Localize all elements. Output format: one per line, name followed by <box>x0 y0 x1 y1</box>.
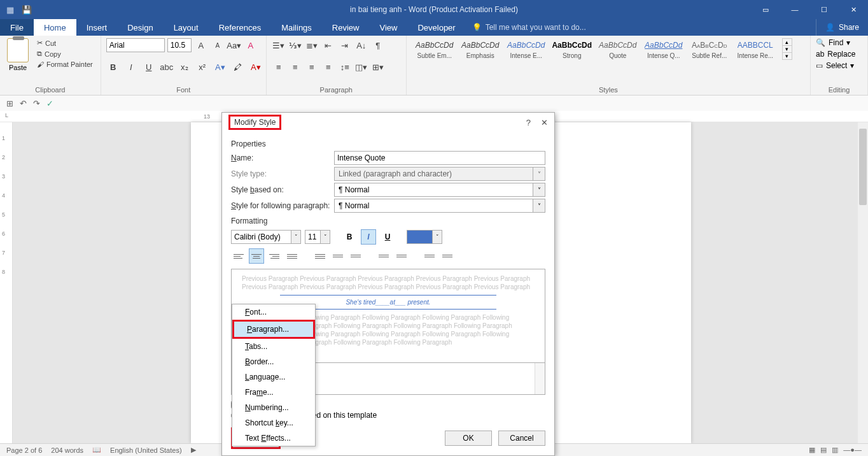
view-print-button[interactable]: ▤ <box>820 446 827 454</box>
show-marks-button[interactable]: ¶ <box>371 38 385 52</box>
grow-font-button[interactable]: A <box>194 38 208 52</box>
sort-button[interactable]: A↓ <box>354 38 368 52</box>
status-words[interactable]: 204 words <box>51 446 83 454</box>
following-select[interactable]: ¶ Normal <box>334 199 545 213</box>
cancel-button[interactable]: Cancel <box>498 431 545 446</box>
menu-numbering[interactable]: Numbering... <box>232 400 315 415</box>
tab-references[interactable]: References <box>209 19 271 36</box>
tab-design[interactable]: Design <box>117 19 163 36</box>
zoom-slider[interactable]: ―●― <box>843 446 862 454</box>
menu-paragraph[interactable]: Paragraph... <box>232 320 315 339</box>
spacing-single-dlg[interactable] <box>312 248 328 264</box>
shading-button[interactable]: ◫▾ <box>354 60 368 74</box>
find-button[interactable]: 🔍Find ▾ <box>816 38 855 47</box>
nav-pane-icon[interactable]: ⊞ <box>6 99 13 108</box>
change-case-button[interactable]: Aa▾ <box>227 38 241 52</box>
status-page[interactable]: Page 2 of 6 <box>6 446 42 454</box>
format-font-combo[interactable]: Calibri (Body) <box>231 230 301 244</box>
tab-home[interactable]: Home <box>34 19 76 36</box>
numbering-button[interactable]: ⅓▾ <box>288 38 302 52</box>
format-underline-button[interactable]: U <box>380 229 395 245</box>
tab-view[interactable]: View <box>369 19 407 36</box>
style-item[interactable]: AaBbCcDdIntense Q... <box>641 38 687 62</box>
undo-button[interactable]: ↶ <box>20 99 27 108</box>
menu-border[interactable]: Border... <box>232 354 315 369</box>
ok-button[interactable]: OK <box>445 431 492 446</box>
menu-tabs[interactable]: Tabs... <box>232 339 315 354</box>
dialog-titlebar[interactable]: Modify Style ? ✕ <box>222 113 554 132</box>
justify-button[interactable]: ≡ <box>321 60 335 74</box>
align-left-dlg[interactable] <box>231 248 246 264</box>
styles-more-button[interactable]: ▾ <box>783 52 792 59</box>
name-input[interactable]: Intense Quote <box>334 151 545 165</box>
status-macro-icon[interactable]: ▶ <box>191 446 196 454</box>
format-color-button[interactable] <box>407 230 442 244</box>
format-size-combo[interactable]: 11 <box>305 230 330 244</box>
style-item[interactable]: AaBbCcDdIntense E... <box>503 38 549 62</box>
bullets-button[interactable]: ☰▾ <box>272 38 286 52</box>
align-right-button[interactable]: ≡ <box>305 60 319 74</box>
dialog-close-button[interactable]: ✕ <box>541 118 548 127</box>
line-spacing-button[interactable]: ↕≡ <box>338 60 352 74</box>
align-center-dlg[interactable] <box>249 248 264 264</box>
tab-insert[interactable]: Insert <box>76 19 118 36</box>
tellme-search[interactable]: 💡Tell me what you want to do... <box>472 19 586 36</box>
align-right-dlg[interactable] <box>267 248 282 264</box>
increase-indent-button[interactable]: ⇥ <box>338 38 352 52</box>
borders-button[interactable]: ⊞▾ <box>371 60 385 74</box>
decrease-indent-button[interactable]: ⇤ <box>321 38 335 52</box>
view-readmode-button[interactable]: ▦ <box>809 446 815 454</box>
space-before-inc-dlg[interactable] <box>376 248 391 264</box>
minimize-icon[interactable]: — <box>780 0 809 19</box>
menu-shortcut[interactable]: Shortcut key... <box>232 415 315 431</box>
space-before-dec-dlg[interactable] <box>394 248 409 264</box>
subscript-button[interactable]: x₂ <box>178 60 192 74</box>
tab-file[interactable]: File <box>0 19 34 36</box>
multilevel-button[interactable]: ≣▾ <box>305 38 319 52</box>
text-effects-button[interactable]: A▾ <box>213 60 227 74</box>
basedon-select[interactable]: ¶ Normal <box>334 183 545 197</box>
redo-button[interactable]: ↷ <box>33 99 40 108</box>
cut-button[interactable]: ✂Cut <box>34 38 95 48</box>
scrollbar-vertical[interactable] <box>858 122 868 443</box>
view-web-button[interactable]: ▥ <box>832 446 838 454</box>
style-item[interactable]: AaBbCcDdSubtle Ref... <box>687 38 732 62</box>
shrink-font-button[interactable]: A <box>211 38 225 52</box>
bold-button[interactable]: B <box>106 60 120 74</box>
share-button[interactable]: 👤Share <box>816 19 868 36</box>
select-button[interactable]: ▭Select ▾ <box>816 61 855 70</box>
ruler-vertical[interactable]: 12345678 <box>0 122 13 443</box>
desc-scrollbar[interactable] <box>535 363 545 394</box>
menu-frame[interactable]: Frame... <box>232 385 315 400</box>
font-color-button[interactable]: A▾ <box>249 60 263 74</box>
menu-texteffects[interactable]: Text Effects... <box>232 431 315 446</box>
menu-font[interactable]: Font... <box>232 304 315 320</box>
tab-mailings[interactable]: Mailings <box>271 19 322 36</box>
paste-button[interactable]: Paste <box>5 38 31 71</box>
style-item[interactable]: AaBbCcDdEmphasis <box>458 38 503 62</box>
close-icon[interactable]: ✕ <box>839 0 868 19</box>
spacing-15-dlg[interactable] <box>330 248 346 264</box>
tab-review[interactable]: Review <box>322 19 370 36</box>
align-left-button[interactable]: ≡ <box>272 60 286 74</box>
strikethrough-button[interactable]: abc <box>160 60 174 74</box>
format-painter-button[interactable]: 🖌Format Painter <box>34 60 95 69</box>
font-size-combo[interactable]: 10.5 <box>167 38 192 52</box>
style-item[interactable]: AaBbCcDdStrong <box>549 38 595 62</box>
replace-button[interactable]: abReplace <box>816 50 855 59</box>
ribbon-options-icon[interactable]: ▭ <box>751 0 780 19</box>
superscript-button[interactable]: x² <box>195 60 209 74</box>
tab-developer[interactable]: Developer <box>407 19 465 36</box>
menu-language[interactable]: Language... <box>232 369 315 385</box>
indent-inc-dlg[interactable] <box>440 248 455 264</box>
style-item[interactable]: AABBCCLIntense Re... <box>732 38 778 62</box>
font-name-combo[interactable]: Arial <box>106 38 165 52</box>
clear-formatting-button[interactable]: A <box>244 38 258 52</box>
style-item[interactable]: AaBbCcDdSubtle Em... <box>412 38 458 62</box>
spacing-double-dlg[interactable] <box>348 248 363 264</box>
save-icon[interactable]: 💾 <box>22 5 32 15</box>
maximize-icon[interactable]: ☐ <box>809 0 839 19</box>
format-italic-button[interactable]: I <box>361 229 376 245</box>
underline-button[interactable]: U <box>142 60 156 74</box>
status-language[interactable]: English (United States) <box>110 446 182 454</box>
